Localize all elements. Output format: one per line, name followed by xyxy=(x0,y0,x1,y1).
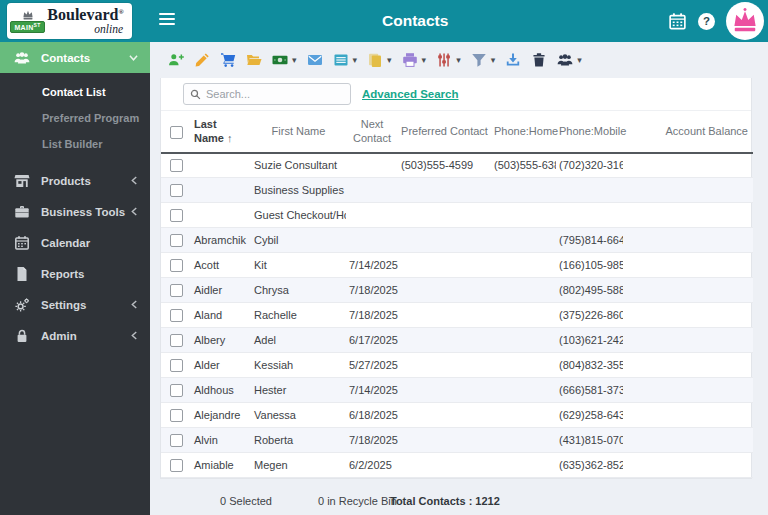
add-contact-button[interactable] xyxy=(168,52,184,68)
search-box[interactable] xyxy=(183,83,351,105)
submenu-item-contact-list[interactable]: Contact List xyxy=(0,79,150,105)
row-checkbox[interactable] xyxy=(170,309,183,322)
row-checkbox[interactable] xyxy=(170,284,183,297)
column-first-name[interactable]: First Name xyxy=(251,111,346,153)
help-icon[interactable]: ? xyxy=(698,13,715,30)
sidebar-item-reports[interactable]: Reports xyxy=(0,258,150,289)
menu-hamburger-icon[interactable] xyxy=(159,13,175,27)
table-row[interactable]: AidlerChrysa7/18/2025(802)495-5886 xyxy=(161,278,753,303)
row-checkbox[interactable] xyxy=(170,234,183,247)
caret-down-icon[interactable]: ▾ xyxy=(456,55,461,65)
app-logo[interactable]: MAINST Boulevard® online xyxy=(7,3,132,39)
column-phone-mobile[interactable]: Phone:Mobile xyxy=(556,111,623,153)
row-checkbox-cell xyxy=(161,303,191,328)
select-all-cell xyxy=(161,111,191,153)
caret-down-icon[interactable]: ▾ xyxy=(387,55,392,65)
table-row[interactable]: AlejandreVanessa6/18/2025(629)258-6438 xyxy=(161,403,753,428)
table-row[interactable]: Guest Checkout/House xyxy=(161,203,753,228)
column-last-name[interactable]: Last Name↑ xyxy=(191,111,251,153)
cell-phone_mobile: (629)258-6438 xyxy=(556,403,623,428)
table-row[interactable]: AcottKit7/14/2025(166)105-9858 xyxy=(161,253,753,278)
printer-icon xyxy=(402,52,418,68)
row-checkbox[interactable] xyxy=(170,409,183,422)
caret-down-icon[interactable]: ▾ xyxy=(577,55,582,65)
calendar-icon[interactable] xyxy=(668,12,687,31)
select-all-checkbox[interactable] xyxy=(170,126,183,139)
recycle-bin-count[interactable]: 0 in Recycle Bin xyxy=(318,495,397,507)
caret-down-icon[interactable]: ▾ xyxy=(491,55,496,65)
row-checkbox[interactable] xyxy=(170,359,183,372)
sidebar-item-products[interactable]: Products xyxy=(0,165,150,196)
row-checkbox[interactable] xyxy=(170,334,183,347)
cell-phone_home xyxy=(491,353,556,378)
checkout-cart-button[interactable] xyxy=(220,52,236,68)
row-checkbox[interactable] xyxy=(170,184,183,197)
sidebar-item-settings[interactable]: Settings xyxy=(0,289,150,320)
submenu-item-list-builder[interactable]: List Builder xyxy=(0,131,150,157)
search-input[interactable] xyxy=(206,88,344,100)
table-row[interactable]: AlberyAdel6/17/2025(103)621-2427 xyxy=(161,328,753,353)
caret-down-icon[interactable]: ▾ xyxy=(292,55,297,65)
filter-button[interactable]: ▾ xyxy=(471,52,496,68)
cell-last xyxy=(191,203,251,228)
user-avatar[interactable] xyxy=(726,2,764,40)
cell-phone_home xyxy=(491,303,556,328)
payment-button[interactable]: ▾ xyxy=(272,52,297,68)
advanced-search-link[interactable]: Advanced Search xyxy=(362,88,459,100)
groups-button[interactable]: ▾ xyxy=(557,52,582,68)
cell-first: Kessiah xyxy=(251,353,346,378)
row-checkbox[interactable] xyxy=(170,259,183,272)
main-content: ▾▾▾▾▾▾▾ Advanced Search Last Name↑ First… xyxy=(150,42,768,515)
table-row[interactable]: AbramchikCybil(795)814-6642 xyxy=(161,228,753,253)
column-next-contact[interactable]: Next Contact xyxy=(346,111,398,153)
adjustments-button[interactable]: ▾ xyxy=(436,52,461,68)
cell-preferred xyxy=(398,278,491,303)
table-row[interactable]: AlderKessiah5/27/2025(804)832-3554 xyxy=(161,353,753,378)
sidebar-item-contacts[interactable]: Contacts xyxy=(0,42,150,73)
column-account-balance[interactable]: Account Balance xyxy=(623,111,753,153)
cell-preferred xyxy=(398,428,491,453)
sidebar-item-admin[interactable]: Admin xyxy=(0,320,150,351)
cell-next xyxy=(346,153,398,178)
table-row[interactable]: Suzie Consultant(503)555-4599(503)555-63… xyxy=(161,153,753,178)
row-checkbox[interactable] xyxy=(170,459,183,472)
cell-first: Hester xyxy=(251,378,346,403)
open-folder-button[interactable] xyxy=(246,52,262,68)
column-phone-home[interactable]: Phone:Home xyxy=(491,111,556,153)
import-button[interactable] xyxy=(505,52,521,68)
row-checkbox[interactable] xyxy=(170,209,183,222)
contacts-table: Last Name↑ First Name Next Contact Prefe… xyxy=(161,111,753,478)
row-checkbox[interactable] xyxy=(170,159,183,172)
row-checkbox-cell xyxy=(161,178,191,203)
table-row[interactable]: Business Supplies xyxy=(161,178,753,203)
table-footer: 0 Selected 0 in Recycle Bin Total Contac… xyxy=(150,488,768,515)
send-email-button[interactable] xyxy=(307,52,323,68)
cell-first: Roberta xyxy=(251,428,346,453)
sidebar-item-business-tools[interactable]: Business Tools xyxy=(0,196,150,227)
copy-button[interactable]: ▾ xyxy=(367,52,392,68)
money-bill-icon xyxy=(272,52,288,68)
table-row[interactable]: AmiableMegen6/2/2025(635)362-8524 xyxy=(161,453,753,478)
table-row[interactable]: AlvinRoberta7/18/2025(431)815-0700 xyxy=(161,428,753,453)
storefront-icon xyxy=(14,173,30,189)
table-row[interactable]: AlandRachelle7/18/2025(375)226-8605 xyxy=(161,303,753,328)
cell-first: Vanessa xyxy=(251,403,346,428)
cell-balance xyxy=(623,428,753,453)
cell-phone_home xyxy=(491,403,556,428)
caret-down-icon[interactable]: ▾ xyxy=(422,55,427,65)
funnel-icon xyxy=(471,52,487,68)
copy-icon xyxy=(367,52,383,68)
table-row[interactable]: AldhousHester7/14/2025(666)581-3731 xyxy=(161,378,753,403)
list-view-button[interactable]: ▾ xyxy=(333,52,358,68)
sidebar-item-label: Calendar xyxy=(41,237,90,249)
submenu-item-preferred-program[interactable]: Preferred Program xyxy=(0,105,150,131)
caret-down-icon[interactable]: ▾ xyxy=(353,55,358,65)
row-checkbox[interactable] xyxy=(170,384,183,397)
row-checkbox[interactable] xyxy=(170,434,183,447)
sidebar-item-calendar[interactable]: Calendar xyxy=(0,227,150,258)
delete-button[interactable] xyxy=(531,52,547,68)
users-group-icon xyxy=(14,50,30,66)
column-preferred-contact[interactable]: Preferred Contact xyxy=(398,111,491,153)
print-button[interactable]: ▾ xyxy=(402,52,427,68)
edit-contact-button[interactable] xyxy=(194,52,210,68)
